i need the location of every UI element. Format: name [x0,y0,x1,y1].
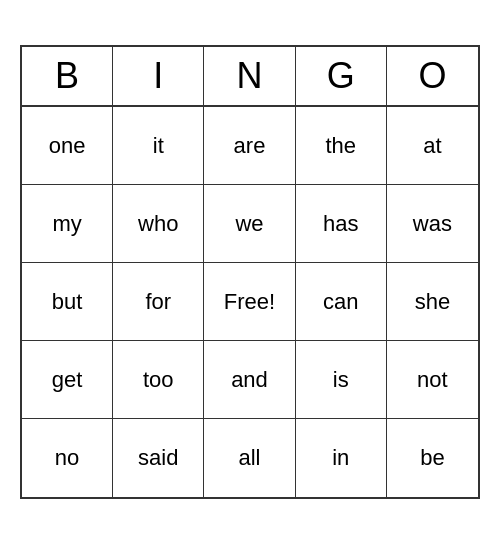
bingo-cell-r3-c4: not [387,341,478,419]
bingo-cell-r4-c1: said [113,419,204,497]
bingo-cell-r3-c0: get [22,341,113,419]
bingo-cell-r1-c2: we [204,185,295,263]
bingo-cell-r2-c3: can [296,263,387,341]
bingo-cell-r4-c2: all [204,419,295,497]
bingo-cell-r4-c4: be [387,419,478,497]
bingo-cell-r4-c0: no [22,419,113,497]
bingo-cell-r4-c3: in [296,419,387,497]
bingo-cell-r3-c1: too [113,341,204,419]
bingo-cell-r0-c1: it [113,107,204,185]
header-cell-o: O [387,47,478,105]
bingo-cell-r2-c0: but [22,263,113,341]
bingo-cell-r1-c3: has [296,185,387,263]
bingo-cell-r0-c4: at [387,107,478,185]
bingo-grid: oneitaretheatmywhowehaswasbutforFree!can… [22,107,478,497]
bingo-cell-r3-c2: and [204,341,295,419]
bingo-cell-r1-c4: was [387,185,478,263]
bingo-card: BINGO oneitaretheatmywhowehaswasbutforFr… [20,45,480,499]
bingo-cell-r2-c4: she [387,263,478,341]
bingo-cell-r0-c0: one [22,107,113,185]
bingo-cell-r3-c3: is [296,341,387,419]
header-cell-i: I [113,47,204,105]
bingo-cell-r2-c1: for [113,263,204,341]
header-cell-b: B [22,47,113,105]
header-cell-g: G [296,47,387,105]
bingo-cell-r2-c2: Free! [204,263,295,341]
bingo-header: BINGO [22,47,478,107]
bingo-cell-r1-c0: my [22,185,113,263]
bingo-cell-r0-c2: are [204,107,295,185]
bingo-cell-r0-c3: the [296,107,387,185]
bingo-cell-r1-c1: who [113,185,204,263]
header-cell-n: N [204,47,295,105]
